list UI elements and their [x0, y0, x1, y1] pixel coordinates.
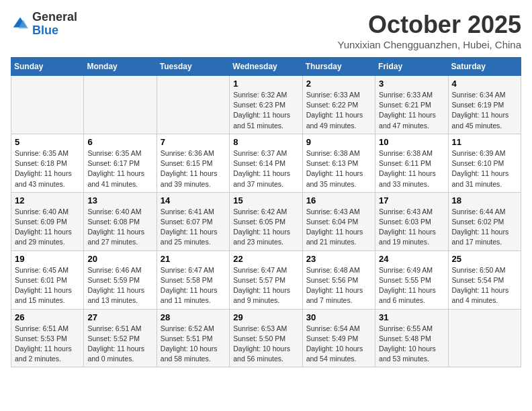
weekday-header-row: SundayMondayTuesdayWednesdayThursdayFrid…	[11, 58, 521, 76]
day-number: 2	[306, 79, 371, 89]
logo-general-text: General	[32, 10, 77, 24]
logo-icon	[11, 15, 30, 34]
calendar-cell: 6Sunrise: 6:35 AMSunset: 6:17 PMDaylight…	[84, 134, 157, 192]
calendar-cell	[157, 76, 229, 134]
calendar-week-row: 5Sunrise: 6:35 AMSunset: 6:18 PMDaylight…	[11, 134, 521, 192]
weekday-header-cell: Friday	[375, 58, 448, 76]
day-number: 25	[452, 254, 517, 264]
day-number: 18	[452, 195, 517, 205]
calendar-cell: 7Sunrise: 6:36 AMSunset: 6:15 PMDaylight…	[157, 134, 229, 192]
day-info: Sunrise: 6:43 AMSunset: 6:04 PMDaylight:…	[306, 207, 371, 248]
day-number: 5	[15, 137, 80, 147]
calendar-cell: 3Sunrise: 6:33 AMSunset: 6:21 PMDaylight…	[375, 76, 448, 134]
day-info: Sunrise: 6:48 AMSunset: 5:56 PMDaylight:…	[306, 265, 371, 306]
calendar-cell: 9Sunrise: 6:38 AMSunset: 6:13 PMDaylight…	[302, 134, 375, 192]
calendar-cell	[84, 76, 157, 134]
day-number: 11	[452, 137, 517, 147]
calendar-cell: 16Sunrise: 6:43 AMSunset: 6:04 PMDayligh…	[302, 192, 375, 250]
title-section: October 2025 Yunxixian Chengguanzhen, Hu…	[337, 11, 521, 50]
day-number: 12	[15, 195, 80, 205]
day-number: 4	[452, 79, 517, 89]
calendar-cell: 17Sunrise: 6:43 AMSunset: 6:03 PMDayligh…	[375, 192, 448, 250]
calendar-cell: 30Sunrise: 6:54 AMSunset: 5:49 PMDayligh…	[302, 309, 375, 367]
day-number: 29	[233, 312, 298, 322]
day-info: Sunrise: 6:42 AMSunset: 6:05 PMDaylight:…	[233, 207, 298, 248]
day-info: Sunrise: 6:47 AMSunset: 5:57 PMDaylight:…	[233, 265, 298, 306]
calendar-week-row: 12Sunrise: 6:40 AMSunset: 6:09 PMDayligh…	[11, 192, 521, 250]
day-number: 31	[379, 312, 444, 322]
calendar-cell: 27Sunrise: 6:51 AMSunset: 5:52 PMDayligh…	[84, 309, 157, 367]
weekday-header-cell: Tuesday	[157, 58, 229, 76]
page-header: General Blue October 2025 Yunxixian Chen…	[11, 11, 521, 50]
calendar-cell: 22Sunrise: 6:47 AMSunset: 5:57 PMDayligh…	[230, 250, 302, 309]
calendar-cell: 18Sunrise: 6:44 AMSunset: 6:02 PMDayligh…	[448, 192, 521, 250]
calendar-cell: 31Sunrise: 6:55 AMSunset: 5:48 PMDayligh…	[375, 309, 448, 367]
calendar-cell: 5Sunrise: 6:35 AMSunset: 6:18 PMDaylight…	[11, 134, 84, 192]
day-info: Sunrise: 6:47 AMSunset: 5:58 PMDaylight:…	[161, 265, 226, 306]
weekday-header-cell: Sunday	[11, 58, 84, 76]
day-info: Sunrise: 6:38 AMSunset: 6:11 PMDaylight:…	[379, 148, 444, 189]
calendar-cell: 15Sunrise: 6:42 AMSunset: 6:05 PMDayligh…	[230, 192, 302, 250]
day-info: Sunrise: 6:37 AMSunset: 6:14 PMDaylight:…	[233, 148, 298, 189]
day-number: 9	[306, 137, 371, 147]
day-info: Sunrise: 6:35 AMSunset: 6:18 PMDaylight:…	[15, 148, 80, 189]
day-info: Sunrise: 6:40 AMSunset: 6:09 PMDaylight:…	[15, 207, 80, 248]
day-number: 15	[233, 195, 298, 205]
calendar-cell	[448, 309, 521, 367]
day-number: 7	[161, 137, 226, 147]
weekday-header-cell: Wednesday	[230, 58, 302, 76]
day-info: Sunrise: 6:52 AMSunset: 5:51 PMDaylight:…	[161, 324, 226, 365]
calendar-table: SundayMondayTuesdayWednesdayThursdayFrid…	[11, 57, 521, 367]
day-info: Sunrise: 6:50 AMSunset: 5:54 PMDaylight:…	[452, 265, 517, 306]
logo-blue-text: Blue	[32, 24, 58, 37]
calendar-cell: 11Sunrise: 6:39 AMSunset: 6:10 PMDayligh…	[448, 134, 521, 192]
calendar-cell: 10Sunrise: 6:38 AMSunset: 6:11 PMDayligh…	[375, 134, 448, 192]
day-info: Sunrise: 6:33 AMSunset: 6:21 PMDaylight:…	[379, 90, 444, 131]
day-info: Sunrise: 6:35 AMSunset: 6:17 PMDaylight:…	[87, 148, 152, 189]
day-info: Sunrise: 6:51 AMSunset: 5:53 PMDaylight:…	[15, 324, 80, 365]
calendar-cell: 23Sunrise: 6:48 AMSunset: 5:56 PMDayligh…	[302, 250, 375, 309]
calendar-cell: 8Sunrise: 6:37 AMSunset: 6:14 PMDaylight…	[230, 134, 302, 192]
day-info: Sunrise: 6:34 AMSunset: 6:19 PMDaylight:…	[452, 90, 517, 131]
day-number: 20	[87, 254, 152, 264]
day-info: Sunrise: 6:38 AMSunset: 6:13 PMDaylight:…	[306, 148, 371, 189]
day-info: Sunrise: 6:41 AMSunset: 6:07 PMDaylight:…	[161, 207, 226, 248]
day-number: 8	[233, 137, 298, 147]
calendar-cell: 13Sunrise: 6:40 AMSunset: 6:08 PMDayligh…	[84, 192, 157, 250]
day-number: 24	[379, 254, 444, 264]
weekday-header-cell: Thursday	[302, 58, 375, 76]
calendar-cell: 19Sunrise: 6:45 AMSunset: 6:01 PMDayligh…	[11, 250, 84, 309]
calendar-cell: 28Sunrise: 6:52 AMSunset: 5:51 PMDayligh…	[157, 309, 229, 367]
weekday-header-cell: Monday	[84, 58, 157, 76]
day-number: 22	[233, 254, 298, 264]
calendar-cell: 14Sunrise: 6:41 AMSunset: 6:07 PMDayligh…	[157, 192, 229, 250]
calendar-title: October 2025	[337, 11, 521, 39]
calendar-cell: 24Sunrise: 6:49 AMSunset: 5:55 PMDayligh…	[375, 250, 448, 309]
day-info: Sunrise: 6:39 AMSunset: 6:10 PMDaylight:…	[452, 148, 517, 189]
day-number: 21	[161, 254, 226, 264]
day-info: Sunrise: 6:33 AMSunset: 6:22 PMDaylight:…	[306, 90, 371, 131]
day-number: 27	[87, 312, 152, 322]
day-number: 6	[87, 137, 152, 147]
calendar-week-row: 1Sunrise: 6:32 AMSunset: 6:23 PMDaylight…	[11, 76, 521, 134]
calendar-cell: 26Sunrise: 6:51 AMSunset: 5:53 PMDayligh…	[11, 309, 84, 367]
day-number: 17	[379, 195, 444, 205]
day-info: Sunrise: 6:55 AMSunset: 5:48 PMDaylight:…	[379, 324, 444, 365]
calendar-cell	[11, 76, 84, 134]
day-info: Sunrise: 6:32 AMSunset: 6:23 PMDaylight:…	[233, 90, 298, 131]
day-number: 14	[161, 195, 226, 205]
day-info: Sunrise: 6:44 AMSunset: 6:02 PMDaylight:…	[452, 207, 517, 248]
day-info: Sunrise: 6:36 AMSunset: 6:15 PMDaylight:…	[161, 148, 226, 189]
day-number: 13	[87, 195, 152, 205]
day-number: 19	[15, 254, 80, 264]
calendar-week-row: 26Sunrise: 6:51 AMSunset: 5:53 PMDayligh…	[11, 309, 521, 367]
calendar-body: 1Sunrise: 6:32 AMSunset: 6:23 PMDaylight…	[11, 76, 521, 367]
calendar-cell: 25Sunrise: 6:50 AMSunset: 5:54 PMDayligh…	[448, 250, 521, 309]
calendar-cell: 20Sunrise: 6:46 AMSunset: 5:59 PMDayligh…	[84, 250, 157, 309]
calendar-week-row: 19Sunrise: 6:45 AMSunset: 6:01 PMDayligh…	[11, 250, 521, 309]
calendar-cell: 2Sunrise: 6:33 AMSunset: 6:22 PMDaylight…	[302, 76, 375, 134]
calendar-cell: 1Sunrise: 6:32 AMSunset: 6:23 PMDaylight…	[230, 76, 302, 134]
day-info: Sunrise: 6:49 AMSunset: 5:55 PMDaylight:…	[379, 265, 444, 306]
day-info: Sunrise: 6:40 AMSunset: 6:08 PMDaylight:…	[87, 207, 152, 248]
calendar-cell: 21Sunrise: 6:47 AMSunset: 5:58 PMDayligh…	[157, 250, 229, 309]
